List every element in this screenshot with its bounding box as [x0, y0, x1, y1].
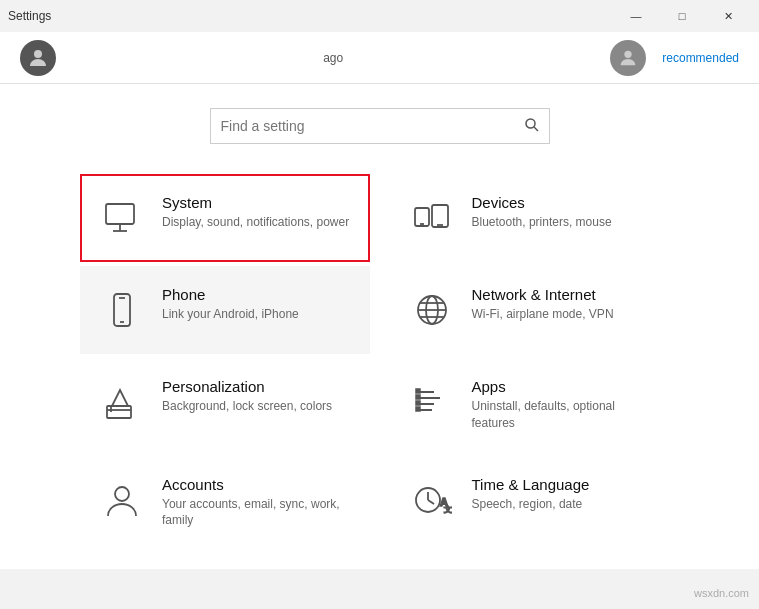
settings-item-accounts[interactable]: Accounts Your accounts, email, sync, wor… — [80, 456, 370, 550]
svg-line-33 — [428, 500, 434, 504]
settings-main: System Display, sound, notifications, po… — [0, 164, 759, 569]
svg-point-30 — [115, 487, 129, 501]
close-button[interactable]: ✕ — [705, 0, 751, 32]
time-text: Time & Language Speech, region, date — [472, 476, 662, 513]
personalization-text: Personalization Background, lock screen,… — [162, 378, 352, 415]
devices-text: Devices Bluetooth, printers, mouse — [472, 194, 662, 231]
apps-icon — [408, 378, 456, 426]
apps-desc: Uninstall, defaults, optional features — [472, 398, 662, 432]
phone-title: Phone — [162, 286, 352, 303]
personalization-title: Personalization — [162, 378, 352, 395]
devices-icon — [408, 194, 456, 242]
topbar-center: ago — [323, 51, 343, 65]
time-desc: Speech, region, date — [472, 496, 662, 513]
accounts-title: Accounts — [162, 476, 352, 493]
user-avatar[interactable] — [20, 40, 56, 76]
settings-item-apps[interactable]: Apps Uninstall, defaults, optional featu… — [390, 358, 680, 452]
phone-desc: Link your Android, iPhone — [162, 306, 352, 323]
app-title: Settings — [8, 9, 51, 23]
avatar-icon — [26, 46, 50, 70]
svg-rect-4 — [106, 204, 134, 224]
accounts-text: Accounts Your accounts, email, sync, wor… — [162, 476, 352, 530]
settings-item-devices[interactable]: Devices Bluetooth, printers, mouse — [390, 174, 680, 262]
search-input[interactable] — [221, 118, 525, 134]
titlebar-controls: — □ ✕ — [613, 0, 751, 32]
topbar-right: recommended — [610, 40, 739, 76]
svg-line-3 — [534, 127, 538, 131]
svg-rect-29 — [416, 407, 420, 411]
personalization-icon — [98, 378, 146, 426]
recommended-label: recommended — [662, 51, 739, 65]
search-button[interactable] — [525, 118, 539, 135]
apps-text: Apps Uninstall, defaults, optional featu… — [472, 378, 662, 432]
svg-point-2 — [526, 119, 535, 128]
notification-avatar[interactable] — [610, 40, 646, 76]
system-icon — [98, 194, 146, 242]
apps-title: Apps — [472, 378, 662, 395]
devices-title: Devices — [472, 194, 662, 211]
settings-item-time[interactable]: A 文 Time & Language Speech, region, date — [390, 456, 680, 550]
svg-rect-8 — [432, 205, 448, 227]
settings-grid: System Display, sound, notifications, po… — [80, 174, 679, 549]
phone-icon — [98, 286, 146, 334]
settings-item-personalization[interactable]: Personalization Background, lock screen,… — [80, 358, 370, 452]
network-desc: Wi-Fi, airplane mode, VPN — [472, 306, 662, 323]
network-title: Network & Internet — [472, 286, 662, 303]
topbar-left — [20, 40, 56, 76]
search-box — [210, 108, 550, 144]
system-desc: Display, sound, notifications, power — [162, 214, 352, 231]
phone-text: Phone Link your Android, iPhone — [162, 286, 352, 323]
search-container — [0, 84, 759, 164]
search-icon — [525, 118, 539, 132]
system-text: System Display, sound, notifications, po… — [162, 194, 352, 231]
settings-item-system[interactable]: System Display, sound, notifications, po… — [80, 174, 370, 262]
topbar: ago recommended — [0, 32, 759, 84]
devices-desc: Bluetooth, printers, mouse — [472, 214, 662, 231]
svg-rect-26 — [416, 389, 420, 393]
svg-text:文: 文 — [444, 505, 452, 514]
svg-rect-27 — [416, 395, 420, 399]
notification-icon — [617, 47, 639, 69]
network-text: Network & Internet Wi-Fi, airplane mode,… — [472, 286, 662, 323]
ago-text: ago — [323, 51, 343, 65]
network-icon — [408, 286, 456, 334]
svg-point-0 — [34, 50, 42, 58]
system-title: System — [162, 194, 352, 211]
settings-item-network[interactable]: Network & Internet Wi-Fi, airplane mode,… — [390, 266, 680, 354]
accounts-desc: Your accounts, email, sync, work, family — [162, 496, 352, 530]
minimize-button[interactable]: — — [613, 0, 659, 32]
time-icon: A 文 — [408, 476, 456, 524]
titlebar-left: Settings — [8, 9, 51, 23]
titlebar: Settings — □ ✕ — [0, 0, 759, 32]
watermark: wsxdn.com — [694, 587, 749, 599]
settings-item-phone[interactable]: Phone Link your Android, iPhone — [80, 266, 370, 354]
maximize-button[interactable]: □ — [659, 0, 705, 32]
svg-point-1 — [625, 50, 632, 57]
personalization-desc: Background, lock screen, colors — [162, 398, 352, 415]
svg-rect-28 — [416, 401, 420, 405]
time-title: Time & Language — [472, 476, 662, 493]
accounts-icon — [98, 476, 146, 524]
